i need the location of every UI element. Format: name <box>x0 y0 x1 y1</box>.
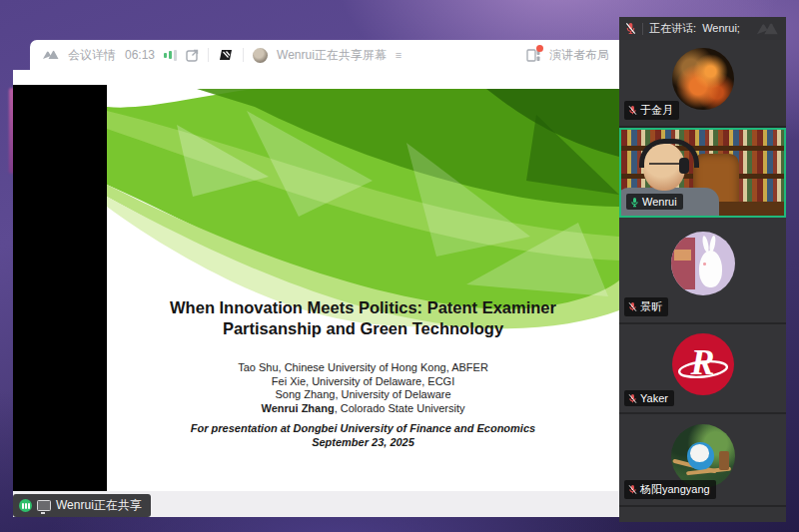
headphone-earcup <box>679 158 689 174</box>
participant-tile-active[interactable]: Wenrui <box>619 128 786 218</box>
annotation-icon[interactable] <box>218 48 234 62</box>
mic-muted-icon <box>625 22 636 35</box>
participant-avatar: R <box>672 333 734 395</box>
participant-name-tag: 于金月 <box>624 101 679 120</box>
app-logo-watermark-icon <box>754 21 780 37</box>
app-logo-icon <box>42 49 59 61</box>
mic-muted-icon <box>628 393 637 404</box>
presentation-slide: When Innovation Meets Politics: Patent E… <box>107 85 619 491</box>
participant-name-tag: Wenrui <box>626 194 683 210</box>
mic-muted-icon <box>628 105 637 116</box>
share-badge-label: Wenrui正在共享 <box>56 497 142 514</box>
author-line: Song Zhang, University of Delaware <box>107 388 619 402</box>
participant-tile-partial <box>619 507 786 522</box>
author-line: Wenrui Zhang, Colorado State University <box>107 402 619 416</box>
sharing-status: Wenrui正在共享屏幕 <box>277 47 387 64</box>
open-window-icon[interactable] <box>186 49 199 62</box>
sidebar-header: 正在讲话: Wenrui; <box>619 17 786 40</box>
participant-tile[interactable]: 杨阳yangyang <box>619 414 786 507</box>
participant-avatar <box>671 232 735 295</box>
meeting-toolbar: 会议详情 06:13 Wenrui正在共享屏幕 ≡ 演讲者布局 <box>30 40 619 70</box>
headphones <box>639 139 699 168</box>
mic-on-icon <box>630 197 639 208</box>
screen-share-icon <box>37 500 51 511</box>
slide-title: When Innovation Meets Politics: Patent E… <box>107 297 619 339</box>
author-line: Tao Shu, Chinese University of Hong Kong… <box>107 361 619 375</box>
desktop: 会议详情 06:13 Wenrui正在共享屏幕 ≡ 演讲者布局 <box>0 0 799 532</box>
sharing-menu-icon[interactable]: ≡ <box>396 49 401 61</box>
speaking-label: 正在讲话: Wenrui; <box>649 21 740 36</box>
author-line: Fei Xie, University of Delaware, ECGI <box>107 375 619 389</box>
participant-name-tag: Yaker <box>624 390 674 406</box>
participant-tile[interactable]: R Yaker <box>619 324 786 414</box>
toolbar-divider <box>208 48 209 62</box>
layout-switch-button[interactable]: 演讲者布局 <box>549 47 609 64</box>
shared-screen-area: When Innovation Meets Politics: Patent E… <box>13 70 619 491</box>
desk <box>711 202 784 216</box>
mic-muted-icon <box>628 301 637 312</box>
signal-strength-icon <box>164 49 177 61</box>
meeting-timer: 06:13 <box>125 48 155 62</box>
presenter-avatar <box>253 48 268 63</box>
voice-indicator-icon <box>19 499 32 512</box>
layout-icon[interactable] <box>526 49 540 62</box>
sidebar-header-divider <box>642 23 643 35</box>
share-badge: Wenrui正在共享 <box>13 494 151 517</box>
participant-name-tag: 杨阳yangyang <box>624 480 716 499</box>
video-sidebar: 正在讲话: Wenrui; 于金月 <box>619 17 786 522</box>
letterbox-bar <box>13 85 107 491</box>
participant-name-tag: 景昕 <box>624 297 668 316</box>
participant-tile[interactable]: 景昕 <box>619 218 786 324</box>
participant-avatar <box>672 48 734 110</box>
slide-footnote: For presentation at Dongbei University o… <box>107 421 619 449</box>
participant-tile[interactable]: 于金月 <box>619 40 786 128</box>
toolbar-left-group: 会议详情 06:13 Wenrui正在共享屏幕 ≡ <box>42 47 401 64</box>
participant-avatar <box>671 424 735 488</box>
toolbar-right-group: 演讲者布局 <box>526 47 609 64</box>
toolbar-divider <box>243 48 244 62</box>
mic-muted-icon <box>628 484 637 495</box>
notification-dot <box>536 45 543 52</box>
meeting-details-button[interactable]: 会议详情 <box>68 47 116 64</box>
slide-authors: Tao Shu, Chinese University of Hong Kong… <box>107 361 619 415</box>
